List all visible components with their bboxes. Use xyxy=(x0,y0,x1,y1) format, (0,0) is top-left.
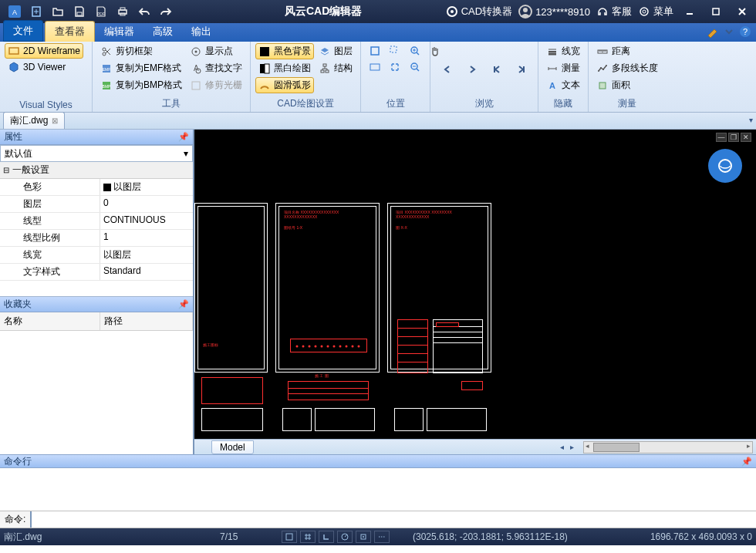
expand-icon xyxy=(389,61,401,73)
smooth-arc-button[interactable]: 圆滑弧形 xyxy=(255,77,314,93)
nav-back-button[interactable] xyxy=(439,62,456,76)
prop-lineweight[interactable]: 线宽以图层 xyxy=(0,247,193,264)
cad-converter-button[interactable]: CAD转换器 xyxy=(446,5,512,19)
tab-viewer[interactable]: 查看器 xyxy=(45,21,95,42)
style-icon[interactable] xyxy=(706,25,720,39)
svg-point-80 xyxy=(327,346,329,348)
status-filename: 南汇.dwg xyxy=(4,531,220,544)
ortho-toggle[interactable] xyxy=(319,531,334,543)
group-browse: 浏览 xyxy=(435,96,533,112)
tab-editor[interactable]: 编辑器 xyxy=(95,22,143,42)
general-section[interactable]: 一般设置 xyxy=(0,162,193,179)
save-icon[interactable] xyxy=(70,4,89,19)
prop-textstyle[interactable]: 文字样式Standard xyxy=(0,264,193,281)
osnap-toggle[interactable] xyxy=(356,531,371,543)
svg-point-75 xyxy=(296,346,299,348)
menu-button[interactable]: 菜单 xyxy=(638,5,673,19)
favorites-list[interactable] xyxy=(0,331,193,454)
close-button[interactable] xyxy=(732,4,752,19)
layout-next-icon[interactable]: ▸ xyxy=(570,443,574,451)
prop-layer[interactable]: 图层0 xyxy=(0,196,193,213)
svg-point-13 xyxy=(523,8,528,12)
pin-icon[interactable]: 📌 xyxy=(178,132,189,142)
document-tab[interactable]: 南汇.dwg ⊠ xyxy=(3,112,65,129)
svg-rect-8 xyxy=(120,8,125,10)
pin-icon[interactable]: 📌 xyxy=(741,457,752,467)
zoom-prev-button[interactable] xyxy=(366,59,384,75)
copy-emf-button[interactable]: EMF复制为EMF格式 xyxy=(97,60,185,76)
zoom-extents-button[interactable] xyxy=(366,43,384,59)
group-position: 位置 xyxy=(366,96,425,112)
save-pdf-icon[interactable]: PDF xyxy=(92,4,110,19)
copy-bmp-button[interactable]: BMP复制为BMP格式 xyxy=(97,77,185,93)
otrack-toggle[interactable] xyxy=(374,531,390,543)
redo-icon[interactable] xyxy=(157,4,175,19)
polyline-length-button[interactable]: 多段线长度 xyxy=(593,60,661,76)
clip-frame-button[interactable]: 剪切框架 xyxy=(97,43,185,59)
2d-wireframe-button[interactable]: 2D Wireframe xyxy=(5,43,83,59)
nav-fwd-button[interactable] xyxy=(464,62,481,76)
svg-text:EMF: EMF xyxy=(103,67,111,72)
zoom-out-button[interactable] xyxy=(406,59,424,75)
cmd-input[interactable] xyxy=(32,511,756,528)
find-text-button[interactable]: A查找文字 xyxy=(187,60,245,76)
horizontal-scrollbar[interactable]: ◂ ▸ xyxy=(583,441,753,454)
chevron-down-icon[interactable] xyxy=(722,25,736,39)
svg-point-76 xyxy=(302,346,305,348)
tab-advanced[interactable]: 高级 xyxy=(143,22,182,42)
hide-measure-button[interactable]: 测量 xyxy=(543,60,583,76)
help-icon[interactable]: ? xyxy=(738,25,752,39)
status-page: 7/15 xyxy=(220,531,282,542)
nav-last-button[interactable] xyxy=(513,62,530,76)
minimize-button[interactable] xyxy=(680,4,700,19)
zoom-extents-icon xyxy=(369,45,381,57)
nav-first-button[interactable] xyxy=(488,62,505,76)
show-points-button[interactable]: 显示点 xyxy=(187,43,245,59)
black-bg-button[interactable]: 黑色背景 xyxy=(255,43,314,59)
polar-toggle[interactable] xyxy=(337,531,353,543)
svg-point-23 xyxy=(103,48,106,51)
drawing-canvas[interactable]: 施工图标 项目名称 XXXXXXXXXXXXXXXXXXXXXXXXXXXX 图… xyxy=(194,130,756,439)
prop-ltscale[interactable]: 线型比例1 xyxy=(0,230,193,247)
hide-linewidth-button[interactable]: 线宽 xyxy=(543,43,583,59)
grid-toggle[interactable] xyxy=(300,531,316,543)
area-button[interactable]: 面积 xyxy=(593,77,661,93)
pin-icon[interactable]: 📌 xyxy=(178,299,189,309)
snap-toggle[interactable] xyxy=(282,531,297,543)
layout-prev-icon[interactable]: ◂ xyxy=(560,443,564,451)
scrollbar-thumb[interactable] xyxy=(593,443,640,452)
support-button[interactable]: 客服 xyxy=(596,5,632,19)
properties-selector[interactable]: 默认值▾ xyxy=(0,145,193,162)
user-account[interactable]: 123****8910 xyxy=(518,5,590,19)
cmd-history[interactable] xyxy=(0,468,756,511)
tab-close-icon[interactable]: ⊠ xyxy=(52,116,58,125)
favorites-header: 收藏夹 📌 xyxy=(0,297,193,312)
bw-draw-button[interactable]: 黑白绘图 xyxy=(255,60,314,76)
structure-button[interactable]: 结构 xyxy=(316,60,356,76)
3d-viewer-button[interactable]: 3D Viewer xyxy=(5,59,83,75)
undo-icon[interactable] xyxy=(135,4,154,19)
zoom-window-button[interactable] xyxy=(386,43,404,59)
doctab-menu-icon[interactable]: ▾ xyxy=(749,116,753,124)
new-icon[interactable] xyxy=(27,4,46,19)
prop-linetype[interactable]: 线型CONTINUOUS xyxy=(0,213,193,230)
svg-text:?: ? xyxy=(743,27,748,36)
app-logo-icon[interactable]: A xyxy=(5,4,24,19)
zoom-fit-button[interactable] xyxy=(386,59,404,75)
svg-point-70 xyxy=(600,67,602,69)
print-icon[interactable] xyxy=(113,4,132,19)
layer-button[interactable]: 图层 xyxy=(316,43,356,59)
model-tab[interactable]: Model xyxy=(211,440,254,454)
tab-file[interactable]: 文件 xyxy=(3,20,43,42)
text-icon: A xyxy=(546,79,559,92)
svg-point-84 xyxy=(352,346,354,348)
bw-icon xyxy=(258,62,271,75)
open-icon[interactable] xyxy=(49,4,67,19)
tab-output[interactable]: 输出 xyxy=(182,22,221,42)
hide-text-button[interactable]: A文本 xyxy=(543,77,583,93)
group-visual-styles: Visual Styles xyxy=(5,98,87,112)
prop-color[interactable]: 色彩以图层 xyxy=(0,179,193,196)
distance-button[interactable]: 距离 xyxy=(593,43,661,59)
zoom-in-button[interactable] xyxy=(406,43,424,59)
maximize-button[interactable] xyxy=(706,4,726,19)
